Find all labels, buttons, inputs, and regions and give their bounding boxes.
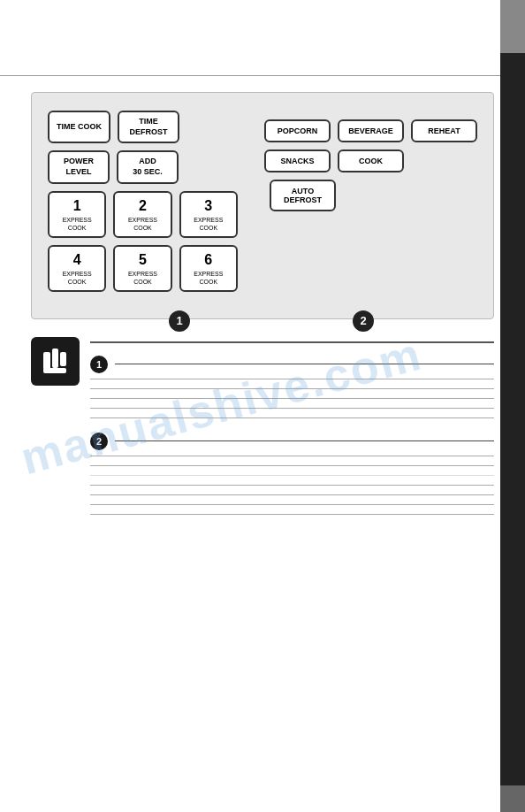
express-cook-5-sublabel: EXPRESS COOK [122,270,163,286]
express-cook-2-button[interactable]: 2 EXPRESS COOK [113,191,171,238]
express-cook-3-sublabel: EXPRESS COOK [188,216,229,232]
express-cook-4-sublabel: EXPRESS COOK [57,270,97,286]
panel-inner: TIME COOK TIMEDEFROST POWERLEVEL ADD30 S… [48,111,477,292]
top-space [0,0,525,75]
panel-circle-1: 1 [169,310,190,332]
sidebar-bottom [500,785,525,812]
svg-rect-3 [43,368,66,373]
right-btn-row-1: POPCORN BEVERAGE REHEAT [264,119,477,142]
line-1d [90,408,494,409]
section-1-line [115,364,494,364]
express-cook-6-button[interactable]: 6 EXPRESS COOK [179,245,238,292]
express-cook-4-button[interactable]: 4 EXPRESS COOK [48,245,106,292]
add-30-sec-button[interactable]: ADD30 SEC. [117,150,179,183]
line-2a [90,456,494,456]
svg-rect-0 [43,352,50,370]
panel-circle-2: 2 [353,310,374,332]
right-sidebar [500,0,525,812]
svg-rect-1 [52,349,58,368]
popcorn-button[interactable]: POPCORN [264,119,331,142]
line-1b [90,388,494,389]
num-2-label: 2 [122,197,163,216]
left-button-group: TIME COOK TIMEDEFROST POWERLEVEL ADD30 S… [48,111,238,292]
svg-rect-2 [60,352,66,366]
line-2g [90,514,494,515]
express-cook-3-button[interactable]: 3 EXPRESS COOK [179,191,238,238]
auto-defrost-button[interactable]: AUTODEFROST [270,180,336,211]
btn-row-3: 1 EXPRESS COOK 2 EXPRESS COOK 3 EXPRESS … [48,191,238,238]
snacks-button[interactable]: SNACKS [264,149,331,172]
lower-circle-1: 1 [90,356,108,373]
num-4-label: 4 [57,251,97,270]
cook-button[interactable]: COOK [338,149,404,172]
hand-icon [31,337,80,386]
btn-row-2: POWERLEVEL ADD30 SEC. [48,150,238,183]
lower-circle-2: 2 [90,433,108,450]
right-btn-row-3: AUTODEFROST [264,180,477,211]
right-btn-row-2: SNACKS COOK [264,149,477,172]
line-2f [90,504,494,505]
top-divider [0,75,500,76]
sidebar-mid [500,53,525,785]
line-2c [90,475,494,476]
lines-area: 1 2 [90,337,494,524]
express-cook-1-sublabel: EXPRESS COOK [57,216,97,232]
power-level-button[interactable]: POWERLEVEL [48,150,110,183]
line-2e [90,494,494,495]
line-2d [90,485,494,486]
time-cook-button[interactable]: TIME COOK [48,111,110,143]
control-panel: TIME COOK TIMEDEFROST POWERLEVEL ADD30 S… [31,92,494,319]
line-2b [90,465,494,466]
express-cook-2-sublabel: EXPRESS COOK [122,216,163,232]
top-bold-line [90,341,494,343]
sidebar-top [500,0,525,53]
reheat-button[interactable]: REHEAT [411,119,477,142]
btn-row-1: TIME COOK TIMEDEFROST [48,111,238,143]
num-1-label: 1 [57,197,97,216]
beverage-button[interactable]: BEVERAGE [338,119,404,142]
express-cook-1-button[interactable]: 1 EXPRESS COOK [48,191,106,238]
section-1-header: 1 [90,356,494,373]
num-3-label: 3 [188,197,229,216]
line-1e [90,417,494,418]
num-6-label: 6 [188,251,229,270]
hand-svg [40,345,72,377]
express-cook-6-sublabel: EXPRESS COOK [188,270,229,286]
right-button-group: POPCORN BEVERAGE REHEAT SNACKS COOK AUTO… [264,119,477,292]
line-1a [90,379,494,379]
num-5-label: 5 [122,251,163,270]
express-cook-5-button[interactable]: 5 EXPRESS COOK [113,245,171,292]
btn-row-4: 4 EXPRESS COOK 5 EXPRESS COOK 6 EXPRESS … [48,245,238,292]
time-defrost-button[interactable]: TIMEDEFROST [118,111,179,143]
line-1c [90,398,494,399]
section-2-header: 2 [90,433,494,450]
section-2-line [115,440,494,441]
